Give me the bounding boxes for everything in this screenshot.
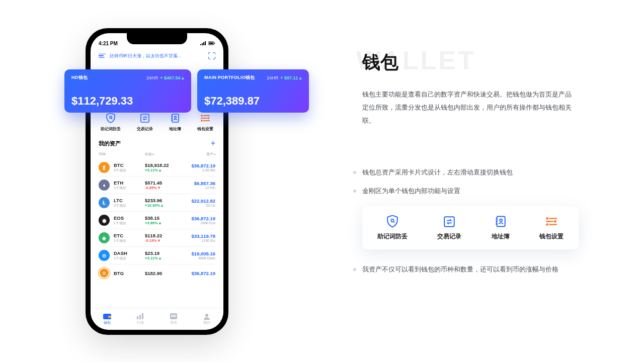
quick-label: 地址簿 [169, 126, 181, 132]
svg-rect-24 [171, 316, 176, 317]
quick-mnemonic[interactable]: 助记词防丢 [101, 113, 121, 132]
svg-rect-20 [139, 315, 141, 319]
svg-point-26 [391, 219, 393, 222]
menu-icon [99, 54, 106, 58]
tab-market[interactable]: 行情 [136, 313, 145, 325]
coin-value: $6,857.36 [182, 180, 215, 186]
asset-list[interactable]: ₿BTC3个地址$18,918.22+3.11% ▴$36,872.192.09… [99, 159, 215, 282]
point-assets: 我资产不仅可以看到钱包的币种和数量，还可以看到币的涨幅与价格 [362, 263, 589, 276]
tab-news[interactable]: 资讯 [169, 313, 178, 325]
coin-change: -0.89% ▾ [145, 186, 182, 190]
svg-point-3 [110, 116, 112, 118]
asset-row[interactable]: GBTG$182.95$36,872.19 [99, 264, 215, 282]
coin-symbol: ETH [114, 180, 145, 186]
svg-rect-23 [171, 315, 176, 316]
page-title: 钱包 [362, 50, 589, 75]
page-description: 钱包主要功能是查看自己的数字资产和快速交易。把钱包做为首页是产品定位所致，流量分… [362, 88, 574, 127]
tab-wallet[interactable]: 钱包 [103, 313, 112, 325]
coin-change: +3.11% ▴ [145, 168, 182, 172]
coin-sub: 1个地址 [114, 238, 145, 243]
svg-point-12 [201, 115, 203, 117]
point-kanban: 金刚区为单个钱包内部功能与设置 [362, 185, 589, 198]
asset-row[interactable]: ⊝DASH1个地址$23.19+3.11% ▴$19,008.164898 Da… [99, 246, 215, 264]
swap-icon [139, 113, 150, 124]
balance-amount: $72,389.87 [204, 95, 302, 108]
coin-icon: ₿ [99, 162, 110, 173]
coin-price: $23.19 [145, 250, 182, 256]
phone-notch [127, 33, 187, 44]
scan-icon[interactable] [208, 52, 215, 59]
coin-symbol: EOS [114, 215, 145, 221]
coin-qty: 1190 Etc [182, 239, 215, 242]
sliders-icon [200, 113, 211, 124]
assets-title: 我的资产 [99, 140, 121, 147]
svg-rect-28 [444, 217, 454, 227]
coin-value: $36,872.19 [182, 270, 215, 276]
balance-card-main[interactable]: MAIN PORTFOLIO钱包24HR+ $97.11 ▴ $72,389.8… [197, 69, 309, 113]
svg-point-25 [205, 314, 208, 317]
quick-settings[interactable]: 钱包设置 [197, 113, 213, 132]
quick-actions: 助记词防丢 交易记录 地址簿 钱包设置 [99, 109, 215, 137]
quick-label: 助记词防丢 [101, 126, 121, 132]
balance-cards[interactable]: HD钱包24HR+ $467.54 ▴ $112,729.33 MAIN POR… [64, 69, 309, 113]
asset-row[interactable]: ♦ETH1个地址$571.45-0.89% ▾$6,857.3612 Eth [99, 176, 215, 194]
coin-value: $22,912.82 [182, 198, 215, 204]
swap-icon [443, 215, 456, 228]
coin-value: $33,119.78 [182, 233, 215, 239]
svg-rect-18 [108, 316, 111, 318]
user-icon [202, 313, 211, 320]
coin-sub: 1个地址 [114, 221, 145, 226]
feature-card: 助记词防丢 交易记录 地址簿 钱包设置 [362, 206, 579, 249]
coin-sub: 3个地址 [114, 168, 145, 173]
coin-sub: 1个地址 [114, 256, 145, 261]
coin-change: +3.11% ▴ [145, 256, 182, 260]
svg-point-7 [175, 116, 177, 118]
coin-sub: 1个地址 [114, 186, 145, 191]
assets-columns: 币种 价格▾ 资产▾ [99, 151, 215, 159]
coin-price: $38.15 [145, 215, 182, 221]
coin-qty: 2980 Eos [182, 221, 215, 225]
coin-qty: 2.09 Btc [182, 168, 215, 172]
asset-row[interactable]: ₿BTC3个地址$18,918.22+3.11% ▴$36,872.192.09… [99, 159, 215, 176]
svg-rect-1 [209, 43, 213, 44]
coin-price: $182.95 [145, 270, 182, 276]
feat-tx[interactable]: 交易记录 [437, 215, 461, 241]
svg-point-37 [554, 220, 556, 223]
feat-addressbook[interactable]: 地址簿 [492, 215, 510, 241]
coin-price: $233.96 [145, 198, 182, 203]
coin-price: $118.22 [145, 233, 182, 238]
coin-symbol: LTC [114, 198, 145, 203]
feat-settings[interactable]: 钱包设置 [539, 215, 564, 241]
asset-row[interactable]: ◉EOS1个地址$38.15+3.89% ▴$36,872.192980 Eos [99, 211, 215, 229]
status-time: 4:21 PM [99, 41, 118, 46]
add-asset-button[interactable]: + [211, 139, 215, 148]
svg-point-30 [500, 219, 502, 222]
svg-point-39 [546, 224, 548, 226]
coin-icon: ♦ [99, 179, 110, 191]
coin-sub: 2个地址 [114, 203, 145, 208]
coin-icon: ⊝ [99, 250, 110, 261]
wallet-icon [103, 313, 112, 320]
addressbook-icon [494, 215, 507, 228]
asset-row[interactable]: ◈ETC1个地址$118.22-9.19% ▾$33,119.781190 Et… [99, 229, 215, 246]
quick-label: 交易记录 [137, 126, 153, 132]
quick-tx[interactable]: 交易记录 [137, 113, 153, 132]
status-indicators [200, 41, 215, 45]
bars-icon [136, 313, 145, 320]
coin-qty: 12 Eth [182, 186, 215, 190]
balance-amount: $112,729.33 [71, 95, 184, 108]
coin-change: +3.89% ▴ [145, 221, 182, 225]
svg-rect-5 [141, 114, 149, 122]
svg-point-16 [201, 120, 203, 122]
news-ticker[interactable]: 比特币昨日大涨，以太坊也不甘落... [91, 49, 223, 62]
svg-point-14 [207, 117, 209, 119]
coin-icon: Ł [99, 197, 110, 208]
quick-addressbook[interactable]: 地址簿 [169, 113, 181, 132]
balance-card-hd[interactable]: HD钱包24HR+ $467.54 ▴ $112,729.33 [64, 69, 191, 113]
tab-me[interactable]: 我的 [202, 313, 211, 325]
shield-search-icon [386, 215, 399, 228]
sliders-icon [545, 215, 558, 228]
coin-symbol: BTG [114, 270, 145, 276]
feat-mnemonic[interactable]: 助记词防丢 [377, 215, 408, 241]
asset-row[interactable]: ŁLTC2个地址$233.96+10.36% ▴$22,912.8233 Ltc [99, 194, 215, 211]
